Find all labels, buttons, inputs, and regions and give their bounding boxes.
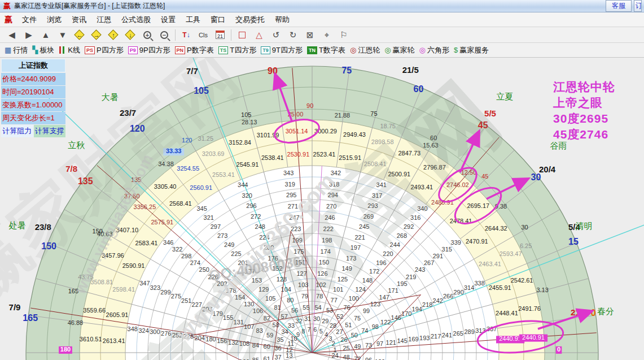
svg-text:2575.91: 2575.91: [151, 219, 173, 225]
svg-text:225: 225: [231, 250, 241, 257]
tool-P四方形[interactable]: PSP四方形: [85, 45, 124, 55]
tool-T四方形[interactable]: TST四方形: [218, 45, 256, 55]
svg-text:82: 82: [264, 315, 270, 322]
svg-text:147: 147: [379, 294, 389, 301]
svg-text:97: 97: [376, 340, 383, 347]
svg-text:180: 180: [60, 346, 71, 353]
menu-item-窗口[interactable]: 窗口: [205, 13, 230, 27]
svg-text:20/4: 20/4: [539, 164, 556, 174]
calc-support-button[interactable]: 计算支撑: [34, 125, 66, 137]
svg-text:48: 48: [343, 354, 349, 360]
menu-item-交易委托[interactable]: 交易委托: [230, 13, 270, 27]
svg-text:131: 131: [234, 319, 244, 326]
svg-text:2500.91: 2500.91: [388, 171, 410, 177]
svg-text:30: 30: [313, 315, 320, 322]
step-down-button[interactable]: ↓: [122, 28, 139, 42]
tool-T数字表[interactable]: TNT数字表: [307, 45, 345, 55]
menu-item-设置[interactable]: 设置: [156, 13, 181, 27]
svg-text:105: 105: [241, 111, 251, 118]
tool-江恩轮[interactable]: ◎江恩轮: [350, 45, 380, 55]
svg-text:321: 321: [204, 214, 214, 221]
svg-text:7/9: 7/9: [9, 302, 21, 312]
step-up-button[interactable]: ↑: [105, 28, 122, 42]
svg-text:323: 323: [150, 284, 160, 291]
menu-item-资讯[interactable]: 资讯: [67, 13, 91, 27]
svg-text:3305.40: 3305.40: [154, 183, 177, 190]
menu-item-江恩[interactable]: 江恩: [91, 13, 116, 27]
calc-resistance-button[interactable]: 计算阻力: [1, 125, 33, 137]
zoom-out-button[interactable]: −: [156, 28, 173, 42]
tool-label: 9T四方形: [272, 45, 303, 55]
svg-text:290: 290: [453, 289, 463, 296]
svg-text:2598.41: 2598.41: [112, 286, 135, 293]
svg-text:78: 78: [316, 293, 323, 300]
tool-label: P数字表: [187, 45, 214, 55]
flag-button[interactable]: ⚐: [335, 28, 352, 42]
江恩轮-icon: ◎: [350, 46, 356, 54]
rotate-ccw-button[interactable]: ↺: [268, 28, 284, 42]
forward-icon: ▶: [25, 30, 32, 40]
svg-text:105: 105: [265, 295, 275, 302]
page-down-button[interactable]: ▼: [54, 28, 71, 42]
menu-item-工具[interactable]: 工具: [181, 13, 205, 27]
svg-text:298: 298: [181, 253, 191, 259]
zoom-in-button[interactable]: +: [139, 28, 156, 42]
svg-text:154: 154: [235, 294, 245, 301]
draw-triangle-button[interactable]: △: [251, 28, 268, 42]
svg-text:291: 291: [433, 253, 443, 259]
svg-text:2545.91: 2545.91: [236, 161, 259, 168]
tool-六角形[interactable]: ◎六角形: [419, 45, 449, 55]
svg-text:197: 197: [351, 244, 361, 251]
tool-P数字表[interactable]: PNP数字表: [175, 45, 214, 55]
service-button[interactable]: 客服: [606, 0, 632, 12]
tool-9T四方形[interactable]: T99T四方形: [261, 45, 303, 55]
svg-text:7/8: 7/8: [65, 164, 77, 174]
page-up-button[interactable]: ▲: [37, 28, 54, 42]
step-right-button[interactable]: →: [88, 28, 105, 42]
svg-text:13: 13: [286, 352, 292, 359]
svg-text:122: 122: [380, 319, 391, 326]
fullscreen-button[interactable]: ⊠: [301, 28, 318, 42]
menu-item-浏览[interactable]: 浏览: [42, 13, 67, 27]
tool-赢家服务[interactable]: $赢家服务: [454, 45, 489, 55]
gann-wheel-canvas[interactable]: 1234567891011121324252627282930313233343…: [0, 58, 644, 360]
rotate-cw-button[interactable]: ↻: [284, 28, 301, 42]
tool-label: K线: [68, 45, 80, 55]
menu-item-公式选股[interactable]: 公式选股: [116, 13, 156, 27]
menu-item-帮助[interactable]: 帮助: [270, 13, 295, 27]
menu-item-文件[interactable]: 文件: [17, 13, 42, 27]
app-logo-icon: 赢: [3, 1, 11, 11]
tool-赢家轮[interactable]: ◎赢家轮: [384, 45, 414, 55]
svg-text:176: 176: [268, 255, 278, 262]
step-left-button[interactable]: ←: [71, 28, 88, 42]
tool-板块[interactable]: ▚板块: [32, 45, 54, 55]
order-button[interactable]: 订购: [634, 0, 642, 12]
draw-square-button[interactable]: [234, 28, 251, 42]
draw-triangle-icon: △: [256, 30, 262, 40]
t-sort-button[interactable]: T↓: [178, 28, 195, 42]
tool-9P四方形[interactable]: P99P四方形: [128, 45, 170, 55]
tool-行情[interactable]: ▦行情: [5, 45, 28, 55]
svg-text:60: 60: [430, 135, 437, 141]
tool-label: 行情: [13, 45, 28, 55]
svg-text:73: 73: [365, 342, 372, 349]
svg-text:57: 57: [281, 313, 288, 320]
svg-text:56: 56: [291, 307, 298, 314]
toolbar-separator: [175, 29, 176, 41]
svg-text:75: 75: [354, 315, 361, 322]
center-target-button[interactable]: ⌖: [318, 28, 335, 42]
svg-text:6.25: 6.25: [520, 242, 532, 249]
calendar-button[interactable]: 21: [212, 28, 229, 42]
arrow-icon: ←: [71, 28, 88, 42]
back-button[interactable]: ◀: [3, 28, 20, 42]
cls-button[interactable]: Cls: [195, 28, 212, 42]
svg-text:90: 90: [306, 102, 313, 109]
板块-icon: ▚: [32, 46, 38, 54]
svg-text:76: 76: [343, 304, 350, 311]
svg-text:55: 55: [303, 304, 309, 311]
svg-text:250: 250: [199, 266, 209, 273]
forward-button[interactable]: ▶: [20, 28, 37, 42]
svg-text:243: 243: [415, 266, 425, 273]
eye-note-line: 45度2746: [553, 127, 615, 142]
tool-K线[interactable]: K线: [59, 45, 80, 55]
